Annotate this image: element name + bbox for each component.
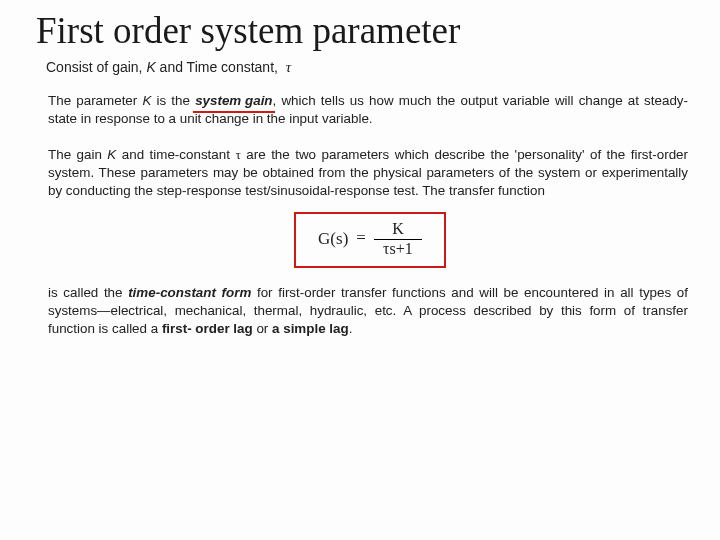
transfer-function-formula: G(s)= K τs+1 — [294, 212, 446, 268]
subtitle-tau: τ — [282, 59, 291, 75]
p3-sl: a simple lag — [272, 321, 349, 336]
p1-isthe: is the — [151, 93, 195, 108]
p3-a: is called the — [48, 285, 128, 300]
formula-numerator: K — [388, 220, 408, 238]
subtitle-between: and Time constant, — [156, 59, 278, 75]
p3-tcf: time-constant form — [128, 285, 251, 300]
p3-c: or — [253, 321, 272, 336]
p2-a: The gain — [48, 147, 107, 162]
paragraph-3: is called the time-constant form for fir… — [48, 284, 688, 338]
slide: First order system parameter Consist of … — [0, 0, 720, 540]
formula-eq: = — [356, 228, 366, 250]
formula-container: G(s)= K τs+1 — [48, 212, 692, 268]
subtitle-k: K — [146, 59, 155, 75]
p1-lead: The parameter — [48, 93, 142, 108]
formula-fraction: K τs+1 — [374, 220, 422, 258]
slide-title: First order system parameter — [36, 12, 692, 51]
paragraph-2: The gain K and time-constant τ are the t… — [48, 146, 688, 200]
p1-system-gain: system gain — [195, 92, 272, 110]
p3-d: . — [349, 321, 353, 336]
p2-k: K — [107, 147, 116, 162]
subtitle-text: Consist of gain, — [46, 59, 146, 75]
formula-den-rest: s+1 — [390, 240, 413, 257]
formula-denominator: τs+1 — [379, 240, 417, 258]
p3-fol: first- order lag — [162, 321, 253, 336]
subtitle: Consist of gain, K and Time constant, τ — [46, 59, 692, 76]
paragraph-1: The parameter K is the system gain, whic… — [48, 92, 688, 128]
p2-b: and time-constant — [116, 147, 235, 162]
formula-lhs: G(s) — [318, 229, 348, 249]
